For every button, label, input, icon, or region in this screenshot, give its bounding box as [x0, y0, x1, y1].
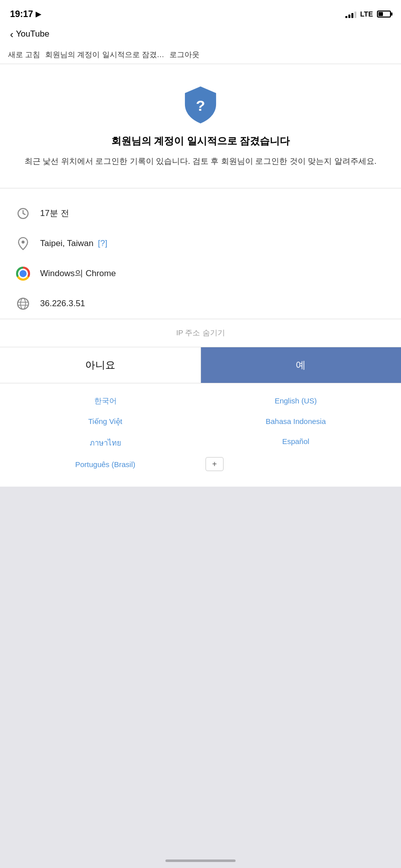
battery-icon — [377, 11, 391, 18]
more-languages-button[interactable]: + — [206, 457, 224, 471]
nav-bar: ‹ YouTube — [0, 25, 401, 45]
globe-icon-container — [15, 296, 31, 312]
back-button[interactable]: ‹ YouTube — [10, 29, 49, 39]
info-ip-row: 36.226.3.51 — [15, 289, 386, 319]
lang-spanish[interactable]: Español — [206, 434, 386, 452]
info-browser-row: Windows의 Chrome — [15, 259, 386, 289]
back-label: YouTube — [16, 29, 50, 39]
divider — [0, 188, 401, 188]
lang-thai[interactable]: ภาษาไทย — [15, 434, 195, 452]
account-locked-desc: 최근 낯선 위치에서 로그인한 기록이 있습니다. 검토 후 회원님이 로그인한… — [25, 155, 376, 168]
lte-label: LTE — [360, 10, 373, 18]
lang-vietnamese[interactable]: Tiếng Việt — [15, 414, 195, 429]
location-icon-container — [15, 236, 31, 252]
svg-point-4 — [22, 241, 25, 244]
shield-section: ? 회원님의 계정이 일시적으로 잠겼습니다 최근 낯선 위치에서 로그인한 기… — [0, 64, 401, 183]
svg-line-3 — [23, 213, 25, 214]
svg-text:?: ? — [196, 97, 205, 114]
shield-icon: ? — [180, 84, 221, 124]
login-ip: 36.226.3.51 — [40, 299, 85, 309]
chevron-left-icon: ‹ — [10, 29, 14, 39]
clock-icon-container — [15, 205, 31, 222]
info-location-row: Taipei, Taiwan [?] — [15, 229, 386, 259]
lang-bahasa[interactable]: Bahasa Indonesia — [206, 414, 386, 429]
no-button[interactable]: 아니요 — [0, 347, 201, 383]
time-display: 19:17 — [10, 9, 33, 20]
location-arrow-icon: ▶ — [36, 10, 41, 18]
ip-hide-label: IP 주소 숨기기 — [176, 328, 225, 337]
login-location: Taipei, Taiwan [?] — [40, 239, 107, 249]
chrome-icon — [16, 267, 30, 281]
browser-bar: 새로 고침 회원님의 계정이 일시적으로 잠겼… 로그아웃 — [0, 45, 401, 64]
svg-point-5 — [18, 298, 29, 309]
status-bar: 19:17 ▶ LTE — [0, 0, 401, 25]
chrome-icon-container — [15, 266, 31, 282]
ip-hide-section[interactable]: IP 주소 숨기기 — [0, 319, 401, 347]
browser-refresh-label[interactable]: 새로 고침 — [8, 50, 40, 60]
browser-title-row: 새로 고침 회원님의 계정이 일시적으로 잠겼… 로그아웃 — [8, 50, 393, 60]
lang-korean[interactable]: 한국어 — [15, 393, 195, 409]
home-indicator — [165, 859, 236, 862]
account-locked-title: 회원님의 계정이 일시적으로 잠겼습니다 — [111, 134, 290, 148]
action-buttons: 아니요 예 — [0, 347, 401, 383]
language-section: 한국어 English (US) Tiếng Việt Bahasa Indon… — [0, 383, 401, 487]
browser-logout-label[interactable]: 로그아웃 — [169, 50, 199, 60]
lang-english[interactable]: English (US) — [206, 393, 386, 409]
info-list: 17분 전 Taipei, Taiwan [?] Windows의 Chrome — [0, 193, 401, 319]
security-card: ? 회원님의 계정이 일시적으로 잠겼습니다 최근 낯선 위치에서 로그인한 기… — [0, 64, 401, 347]
bottom-area — [0, 487, 401, 827]
signal-icon — [345, 10, 356, 18]
status-right: LTE — [345, 10, 391, 18]
location-text: Taipei, Taiwan — [40, 239, 93, 248]
location-question-tag[interactable]: [?] — [98, 239, 107, 248]
info-time-row: 17분 전 — [15, 198, 386, 229]
login-time: 17분 전 — [40, 207, 69, 219]
globe-icon — [17, 297, 30, 310]
lang-portuguese[interactable]: Português (Brasil) — [15, 457, 195, 472]
language-grid: 한국어 English (US) Tiếng Việt Bahasa Indon… — [15, 393, 386, 472]
status-time: 19:17 ▶ — [10, 9, 41, 20]
svg-point-6 — [21, 298, 26, 309]
clock-icon — [17, 207, 29, 220]
browser-page-title: 회원님의 계정이 일시적으로 잠겼… — [45, 50, 164, 60]
location-icon — [18, 237, 29, 250]
yes-button[interactable]: 예 — [201, 347, 402, 383]
login-browser: Windows의 Chrome — [40, 268, 116, 279]
